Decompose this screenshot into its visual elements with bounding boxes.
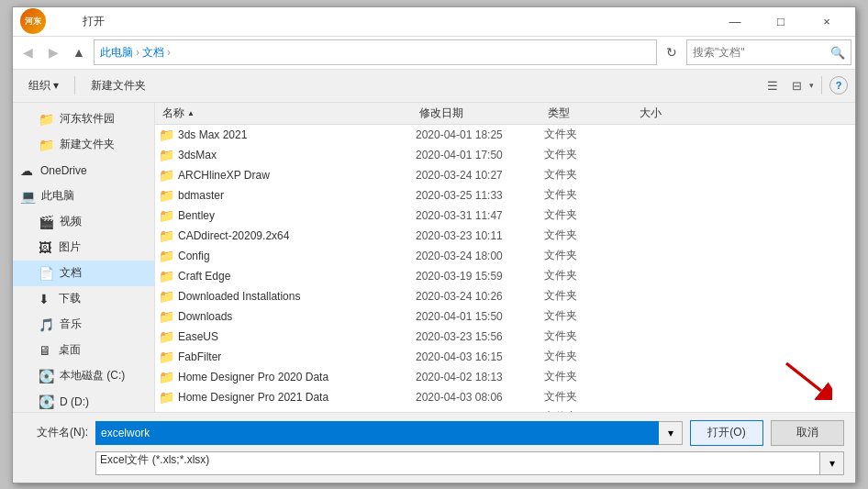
file-name-cell: 📁 3ds Max 2021: [159, 128, 416, 142]
file-type-cell: 文件夹: [544, 409, 636, 412]
table-row[interactable]: 📁 3dsMax 2020-04-01 17:50 文件夹: [155, 145, 855, 165]
filename-label: 文件名(N):: [24, 425, 88, 440]
organize-button[interactable]: 组织 ▾: [20, 73, 67, 97]
path-documents: 文档: [142, 45, 164, 61]
filename-dropdown[interactable]: ▾: [659, 421, 683, 445]
view-buttons: ☰ ⊟ ▾: [762, 74, 814, 96]
file-date-cell: 2020-03-23 15:56: [416, 330, 544, 343]
col-type-header[interactable]: 类型: [544, 103, 636, 124]
sidebar-item-onedrive[interactable]: ☁ OneDrive: [13, 158, 154, 183]
sidebar-item-cdrive[interactable]: 💽 本地磁盘 (C:): [13, 363, 154, 389]
close-button[interactable]: ×: [806, 8, 848, 34]
folder-icon: 📁: [159, 269, 174, 283]
sidebar-item-picture[interactable]: 🖼 图片: [13, 235, 154, 261]
file-date-cell: 2020-03-19 15:06: [416, 411, 544, 412]
filetype-select[interactable]: Excel文件 (*.xls;*.xlsx): [95, 451, 820, 475]
table-row[interactable]: 📁 FabFilter 2020-04-03 16:15 文件夹: [155, 347, 855, 367]
refresh-button[interactable]: ↻: [661, 41, 683, 63]
folder-icon: 📁: [159, 228, 174, 243]
table-row[interactable]: 📁 bdmaster 2020-03-25 11:33 文件夹: [155, 185, 855, 206]
table-row[interactable]: 📁 Home Designer Pro 2020 Data 2020-04-02…: [155, 367, 855, 387]
picture-icon: 🖼: [39, 240, 53, 255]
folder-icon: 📁: [159, 370, 174, 384]
table-row[interactable]: 📁 Downloads 2020-04-01 15:50 文件夹: [155, 306, 855, 327]
toolbar: 组织 ▾ 新建文件夹 ☰ ⊟ ▾ ?: [13, 70, 855, 103]
folder-icon: 📁: [159, 390, 174, 405]
table-row[interactable]: 📁 Bentley 2020-03-31 11:47 文件夹: [155, 206, 855, 226]
music-icon: 🎵: [39, 317, 54, 332]
action-buttons: 打开(O) 取消: [690, 420, 844, 446]
sidebar-item-hedong[interactable]: 📁 河东软件园: [13, 106, 154, 132]
file-name: CADdirect-20209.2x64: [178, 229, 289, 242]
view-list-button[interactable]: ☰: [762, 74, 784, 96]
cancel-label: 取消: [796, 425, 818, 440]
help-button[interactable]: ?: [829, 76, 848, 94]
folder-icon: 📁: [159, 148, 174, 162]
sort-icon: ▲: [187, 109, 195, 117]
file-type-cell: 文件夹: [544, 308, 636, 324]
file-date-cell: 2020-03-24 10:27: [416, 169, 544, 182]
sidebar-item-video[interactable]: 🎬 视频: [13, 209, 154, 235]
sidebar-item-thispc[interactable]: 💻 此电脑: [13, 183, 154, 209]
sidebar-item-ddrive[interactable]: 💽 D (D:): [13, 389, 154, 412]
sidebar-label-newfolder: 新建文件夹: [60, 137, 115, 152]
back-button[interactable]: ◀: [17, 41, 39, 63]
forward-button[interactable]: ▶: [42, 41, 64, 63]
file-date-cell: 2020-04-02 18:13: [416, 371, 544, 383]
table-row[interactable]: 📁 ARCHlineXP Draw 2020-03-24 10:27 文件夹: [155, 165, 855, 185]
table-row[interactable]: 📁 iMacros 2020-03-19 15:06 文件夹: [155, 407, 855, 412]
document-icon: 📄: [39, 266, 54, 281]
table-row[interactable]: 📁 3ds Max 2021 2020-04-01 18:25 文件夹: [155, 125, 855, 145]
file-type-cell: 文件夹: [544, 328, 636, 344]
filetype-row: Excel文件 (*.xls;*.xlsx) ▾: [24, 451, 844, 475]
sidebar-item-newfolder[interactable]: 📁 新建文件夹: [13, 132, 154, 158]
sidebar-item-music[interactable]: 🎵 音乐: [13, 312, 154, 338]
search-input[interactable]: [693, 46, 830, 59]
up-button[interactable]: ▲: [68, 41, 90, 63]
file-name-cell: 📁 Craft Edge: [159, 269, 416, 283]
file-name-cell: 📁 Home Designer Pro 2021 Data: [159, 390, 416, 405]
folder-icon: 📁: [159, 289, 174, 304]
folder-icon: 📁: [159, 249, 174, 263]
table-row[interactable]: 📁 Config 2020-03-24 18:00 文件夹: [155, 246, 855, 266]
new-folder-button[interactable]: 新建文件夹: [83, 73, 154, 97]
video-icon: 🎬: [39, 215, 54, 229]
minimize-button[interactable]: —: [714, 8, 756, 34]
cancel-button[interactable]: 取消: [771, 420, 844, 446]
col-date-label: 修改日期: [419, 106, 463, 121]
file-name-cell: 📁 Downloaded Installations: [159, 289, 416, 304]
address-path[interactable]: 此电脑 › 文档 ›: [94, 39, 657, 65]
table-row[interactable]: 📁 CADdirect-20209.2x64 2020-03-23 10:11 …: [155, 226, 855, 246]
col-name-header[interactable]: 名称 ▲: [159, 103, 416, 124]
file-name: 3ds Max 2021: [178, 128, 247, 141]
file-type-cell: 文件夹: [544, 268, 636, 283]
open-button[interactable]: 打开(O): [690, 420, 763, 446]
view-details-button[interactable]: ⊟: [785, 74, 807, 96]
cdrive-icon: 💽: [39, 369, 54, 383]
file-type-cell: 文件夹: [544, 167, 636, 183]
sidebar-item-document[interactable]: 📄 文档: [13, 261, 154, 286]
file-name: Config: [178, 250, 210, 262]
table-row[interactable]: 📁 Home Designer Pro 2021 Data 2020-04-03…: [155, 387, 855, 407]
table-row[interactable]: 📁 Downloaded Installations 2020-03-24 10…: [155, 286, 855, 306]
filename-input[interactable]: [95, 421, 659, 445]
table-row[interactable]: 📁 EaseUS 2020-03-23 15:56 文件夹: [155, 327, 855, 347]
sidebar-label-video: 视频: [60, 214, 82, 229]
sidebar-item-download[interactable]: ⬇ 下载: [13, 286, 154, 312]
search-box[interactable]: 🔍: [686, 39, 851, 65]
table-row[interactable]: 📁 Craft Edge 2020-03-19 15:59 文件夹: [155, 266, 855, 286]
file-type-cell: 文件夹: [544, 349, 636, 364]
view-dropdown[interactable]: ▾: [809, 81, 814, 90]
file-name: Home Designer Pro 2020 Data: [178, 371, 328, 383]
maximize-button[interactable]: □: [760, 8, 802, 34]
sidebar-item-desktop[interactable]: 🖥 桌面: [13, 338, 154, 363]
file-name: Craft Edge: [178, 270, 230, 283]
file-date-cell: 2020-04-01 15:50: [416, 310, 544, 323]
file-name: Downloaded Installations: [178, 290, 300, 303]
col-date-header[interactable]: 修改日期: [416, 103, 544, 124]
filetype-dropdown[interactable]: ▾: [820, 451, 844, 475]
file-name-cell: 📁 iMacros: [159, 410, 416, 412]
file-list: 📁 3ds Max 2021 2020-04-01 18:25 文件夹 📁 3d…: [155, 125, 855, 412]
sidebar-label-hedong: 河东软件园: [60, 111, 115, 127]
col-size-header[interactable]: 大小: [636, 103, 851, 124]
